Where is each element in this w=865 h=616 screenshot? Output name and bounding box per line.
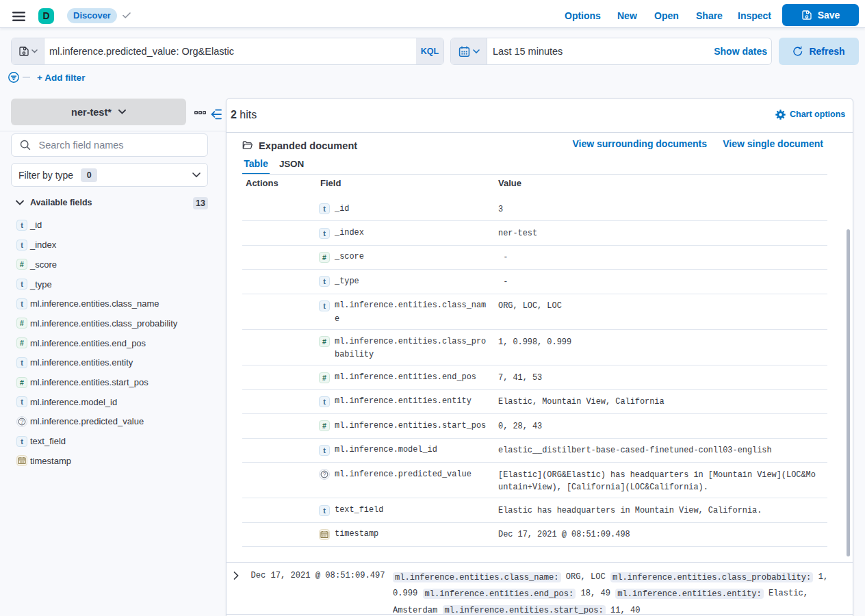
svg-text:?: ?	[21, 418, 24, 425]
svg-text:?: ?	[323, 471, 326, 478]
